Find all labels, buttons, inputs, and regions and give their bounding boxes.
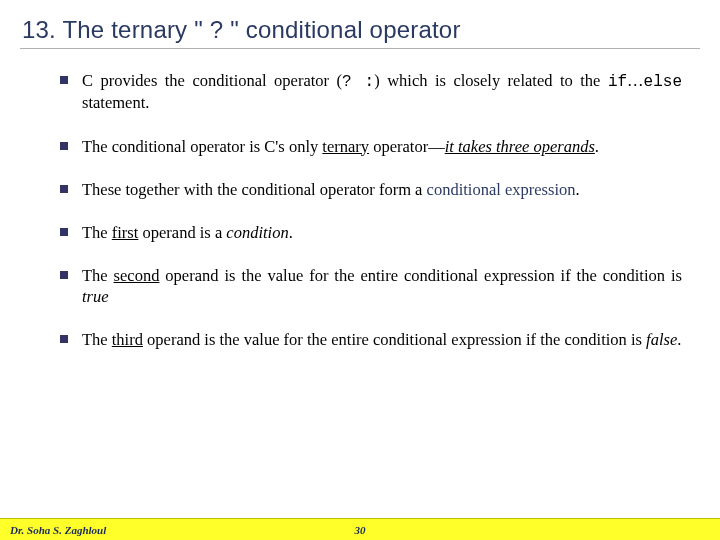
t: These together with the conditional oper…: [82, 180, 427, 199]
footer-author: Dr. Soha S. Zaghloul: [0, 524, 106, 536]
list-item: These together with the conditional oper…: [60, 179, 682, 200]
list-item-text: The third operand is the value for the e…: [82, 329, 682, 350]
t: third: [112, 330, 143, 349]
list-item: The second operand is the value for the …: [60, 265, 682, 307]
slide-title: 13. The ternary " ? " conditional operat…: [22, 16, 461, 44]
list-item: C provides the conditional operator (? :…: [60, 70, 682, 114]
list-item-text: C provides the conditional operator (? :…: [82, 70, 682, 114]
t: The: [82, 223, 112, 242]
t: false: [646, 330, 677, 349]
t: …: [627, 71, 644, 90]
footer-page-number: 30: [355, 524, 366, 536]
t: second: [114, 266, 160, 285]
list-item-text: The first operand is a condition.: [82, 222, 682, 243]
t: else: [644, 73, 682, 91]
list-item: The conditional operator is C's only ter…: [60, 136, 682, 157]
t: first: [112, 223, 139, 242]
t: .: [595, 137, 599, 156]
t: if: [608, 73, 627, 91]
list-item: The third operand is the value for the e…: [60, 329, 682, 350]
t: condition: [226, 223, 288, 242]
t: .: [289, 223, 293, 242]
t: The: [82, 266, 114, 285]
t: ? :: [342, 73, 374, 91]
title-divider: [20, 48, 700, 49]
t: C provides the conditional operator (: [82, 71, 342, 90]
t: The: [82, 330, 112, 349]
t: operand is the value for the entire cond…: [159, 266, 682, 285]
t: it takes three operands: [445, 137, 595, 156]
bullet-list: C provides the conditional operator (? :…: [60, 70, 682, 372]
square-bullet-icon: [60, 76, 68, 84]
t: ) which is closely related to the: [374, 71, 608, 90]
t: .: [677, 330, 681, 349]
list-item-text: The second operand is the value for the …: [82, 265, 682, 307]
t: conditional expression: [427, 180, 576, 199]
square-bullet-icon: [60, 228, 68, 236]
t: true: [82, 287, 109, 306]
t: operator—: [369, 137, 445, 156]
list-item: The first operand is a condition.: [60, 222, 682, 243]
footer-bar: Dr. Soha S. Zaghloul 30: [0, 518, 720, 540]
t: The conditional operator is C's only: [82, 137, 322, 156]
square-bullet-icon: [60, 142, 68, 150]
t: ternary: [322, 137, 369, 156]
square-bullet-icon: [60, 185, 68, 193]
t: statement.: [82, 93, 149, 112]
list-item-text: The conditional operator is C's only ter…: [82, 136, 682, 157]
t: operand is the value for the entire cond…: [143, 330, 646, 349]
t: .: [576, 180, 580, 199]
t: operand is a: [138, 223, 226, 242]
list-item-text: These together with the conditional oper…: [82, 179, 682, 200]
square-bullet-icon: [60, 335, 68, 343]
square-bullet-icon: [60, 271, 68, 279]
